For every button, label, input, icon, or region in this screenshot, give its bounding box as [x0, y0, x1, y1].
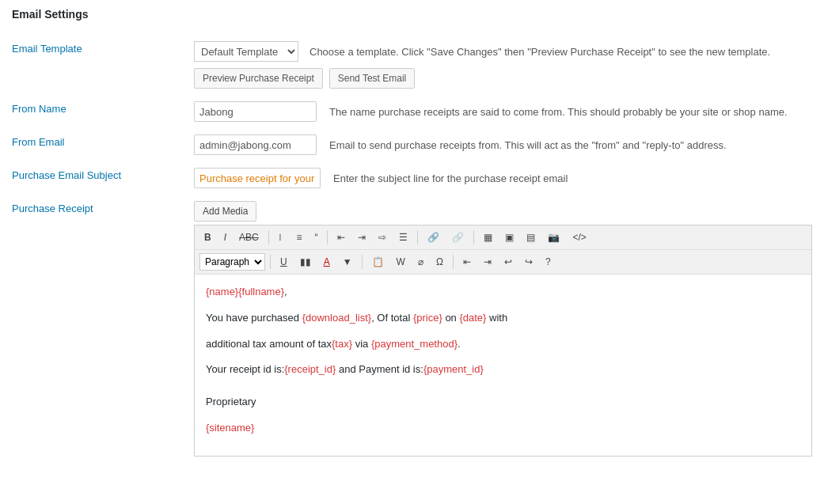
- content-line3: additional tax amount of tax{tax} via {p…: [206, 336, 800, 353]
- send-test-email-button[interactable]: Send Test Email: [329, 68, 416, 89]
- content-line5: Proprietary: [206, 394, 800, 411]
- editor-content[interactable]: {name}{fullname}, You have purchased {do…: [195, 275, 811, 456]
- undo-button[interactable]: ↩: [499, 253, 517, 271]
- unordered-list-button[interactable]: ⁞: [274, 229, 289, 246]
- divider2: [327, 230, 328, 244]
- paste-word-button[interactable]: W: [392, 253, 410, 271]
- strikethrough-button[interactable]: ABC: [234, 229, 264, 246]
- from-email-input[interactable]: [194, 135, 317, 155]
- editor-wrap: B I ABC ⁞ ≡ “ ⇤ ⇥ ⇨ ☰ 🔗 🔗 ▦: [194, 225, 812, 457]
- add-media-button[interactable]: Add Media: [194, 201, 256, 222]
- help-button[interactable]: ?: [541, 253, 556, 271]
- text-color-button[interactable]: A: [319, 253, 335, 271]
- content-line4: Your receipt id is:{receipt_id} and Paym…: [206, 362, 800, 378]
- blockquote-button[interactable]: “: [309, 229, 322, 246]
- insert-image-button[interactable]: 📷: [543, 229, 564, 246]
- divider3: [417, 230, 418, 244]
- source-button[interactable]: </>: [568, 229, 590, 246]
- align-left-button[interactable]: ⇤: [332, 229, 350, 246]
- text-color-dropdown[interactable]: ▼: [338, 253, 357, 271]
- toolbar-row1: B I ABC ⁞ ≡ “ ⇤ ⇥ ⇨ ☰ 🔗 🔗 ▦: [195, 225, 811, 250]
- bold-button[interactable]: B: [199, 229, 216, 246]
- purchase-subject-input[interactable]: [194, 168, 321, 188]
- divider6: [362, 255, 363, 269]
- insert-hr-button[interactable]: ▤: [522, 229, 540, 246]
- divider1: [268, 230, 269, 244]
- content-line2: You have purchased {download_list}, Of t…: [206, 310, 800, 327]
- insert-link-button[interactable]: 🔗: [423, 229, 444, 246]
- remove-link-button[interactable]: 🔗: [447, 229, 469, 246]
- insert-table-button[interactable]: ▦: [479, 229, 497, 246]
- from-name-input[interactable]: [194, 101, 317, 122]
- align-center-button[interactable]: ⇥: [353, 229, 370, 246]
- content-line6: {sitename}: [206, 420, 800, 437]
- toolbar-row2: Paragraph Heading 1 Heading 2 Heading 3 …: [195, 250, 811, 275]
- content-line1: {name}{fullname},: [206, 284, 800, 301]
- indent-button[interactable]: ⇥: [479, 253, 496, 271]
- template-description: Choose a template. Click "Save Changes" …: [309, 46, 770, 58]
- align-justify-button[interactable]: ☰: [394, 229, 412, 246]
- underline-button[interactable]: U: [275, 253, 292, 271]
- email-template-label: Email Template: [12, 43, 82, 55]
- clear-format-button[interactable]: ⌀: [413, 253, 428, 271]
- purchase-receipt-label: Purchase Receipt: [12, 203, 93, 214]
- from-name-description: The name purchase receipts are said to c…: [329, 106, 788, 118]
- divider7: [453, 255, 454, 269]
- outdent-button[interactable]: ⇤: [458, 253, 476, 271]
- divider5: [270, 255, 271, 269]
- italic-button[interactable]: I: [219, 229, 231, 246]
- page-title: Email Settings: [12, 8, 812, 21]
- justify-button[interactable]: ▮▮: [295, 253, 316, 271]
- purchase-subject-description: Enter the subject line for the purchase …: [333, 172, 568, 184]
- from-email-description: Email to send purchase receipts from. Th…: [329, 139, 727, 151]
- from-email-label: From Email: [12, 136, 64, 148]
- redo-button[interactable]: ↪: [520, 253, 537, 271]
- align-right-button[interactable]: ⇨: [374, 229, 391, 246]
- from-name-label: From Name: [12, 103, 66, 115]
- preview-receipt-button[interactable]: Preview Purchase Receipt: [194, 68, 323, 89]
- divider4: [473, 230, 474, 244]
- paste-text-button[interactable]: 📋: [367, 253, 389, 271]
- special-char-button[interactable]: Ω: [431, 253, 448, 271]
- paragraph-select[interactable]: Paragraph Heading 1 Heading 2 Heading 3: [199, 253, 265, 271]
- purchase-subject-label: Purchase Email Subject: [12, 169, 121, 181]
- table-row-col-button[interactable]: ▣: [500, 229, 518, 246]
- template-select[interactable]: Default Template Custom Template: [194, 41, 298, 62]
- ordered-list-button[interactable]: ≡: [291, 229, 306, 246]
